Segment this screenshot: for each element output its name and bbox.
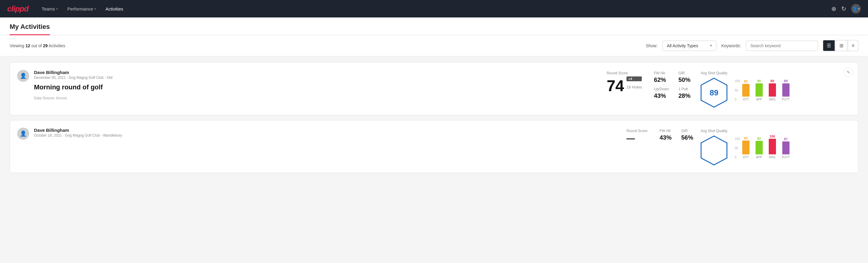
bar-background — [769, 139, 776, 154]
fw-hit-stat: FW Hit 62% — [654, 71, 669, 83]
oneputt-label: 1 Putt — [679, 87, 693, 91]
refresh-icon[interactable]: ↻ — [841, 5, 846, 12]
chart-y-axis: 100500 — [735, 80, 740, 101]
bar-background — [755, 141, 763, 154]
stats-grid: FW Hit 62% GIR 50% Up/Down 43% 1 Putt 28… — [654, 71, 693, 99]
card-left: 👤 Dave Billingham December 05, 2021 · Go… — [17, 70, 599, 108]
round-score-section-2: Round Score — — [626, 129, 648, 144]
fw-hit-label-2: FW Hit — [659, 129, 672, 133]
activity-card-2: 👤 Dave Billingham October 16, 2021 · Gog… — [10, 120, 858, 173]
bar-background — [742, 84, 749, 96]
bar-background — [755, 83, 763, 96]
bar-x-label: OTT — [743, 155, 749, 159]
chart-column: 89PUTT — [782, 80, 790, 101]
grid-icon: ⊞ — [839, 43, 843, 49]
oneputt-stat: 1 Putt 28% — [679, 87, 693, 99]
activity-type-dropdown[interactable]: All Activity Types ▾ — [662, 40, 716, 51]
bar-fill — [742, 141, 749, 154]
avatar-icon: 👤 — [852, 6, 858, 11]
activity-type-chevron-icon: ▾ — [710, 43, 712, 48]
data-source: Data Source: Arccos — [34, 96, 113, 100]
stats-grid-2: FW Hit 43% GIR 56% — [659, 129, 693, 141]
bar-fill — [755, 141, 763, 154]
bar-value-label: 87 — [784, 137, 788, 141]
nav-links: Teams ▾ Performance ▾ Activities — [38, 4, 822, 13]
gir-label-2: GIR — [681, 129, 693, 133]
bar-value-label: 89 — [784, 79, 788, 83]
gir-value-2: 56% — [681, 134, 693, 141]
page-title: My Activities — [10, 18, 50, 35]
view-toggle: ☰ ⊞ ≡ — [823, 40, 858, 51]
bar-fill — [769, 83, 776, 96]
list-view-button[interactable]: ≡ — [848, 40, 858, 51]
bar-x-label: APP — [756, 155, 762, 159]
activity-card: 👤 Dave Billingham December 05, 2021 · Go… — [10, 62, 858, 115]
round-score-value-2: — — [626, 134, 648, 144]
round-score-label-2: Round Score — [626, 129, 648, 133]
avatar-person-icon: 👤 — [20, 72, 27, 79]
chart-column: 89ARG — [769, 80, 776, 101]
user-date: December 05, 2021 · Gog Magog Golf Club … — [34, 76, 113, 80]
fw-hit-stat-2: FW Hit 43% — [659, 129, 672, 141]
bar-fill — [782, 83, 789, 96]
chart-column: 85OTT — [742, 80, 749, 101]
add-icon[interactable]: ⊕ — [831, 5, 836, 12]
activities-content: 👤 Dave Billingham December 05, 2021 · Go… — [0, 56, 868, 184]
bar-background — [769, 83, 776, 96]
nav-performance[interactable]: Performance ▾ — [64, 4, 99, 13]
list-icon: ≡ — [852, 43, 855, 49]
gir-stat-2: GIR 56% — [681, 129, 693, 141]
hex-shape-2 — [701, 136, 727, 166]
show-label: Show: — [646, 43, 657, 48]
user-avatar[interactable]: 👤 ▾ — [851, 4, 861, 13]
bar-fill — [782, 141, 789, 154]
card-stats-2: Round Score — FW Hit 43% GIR 56% — [626, 127, 693, 166]
round-score-section: Round Score 74 +4 18 Holes — [607, 71, 642, 94]
bar-x-label: OTT — [743, 98, 749, 101]
bar-value-label: 94 — [744, 136, 748, 140]
avatar-chevron-icon: ▾ — [858, 7, 860, 10]
round-score-label: Round Score — [607, 71, 642, 75]
bar-value-label: 106 — [770, 135, 775, 138]
card-left-2: 👤 Dave Billingham October 16, 2021 · Gog… — [17, 127, 619, 166]
page-header: My Activities — [0, 18, 868, 35]
updown-stat: Up/Down 43% — [654, 87, 669, 99]
quality-hex-section-2: Avg Shot Quality — [701, 129, 727, 166]
nav-activities[interactable]: Activities — [102, 4, 127, 13]
hex-container: 89 — [701, 78, 727, 108]
edit-button[interactable]: ✎ — [844, 67, 853, 77]
search-input[interactable] — [746, 40, 818, 51]
bar-fill — [769, 139, 776, 154]
nav-right: ⊕ ↻ 👤 ▾ — [831, 4, 861, 13]
bar-chart: 10050085OTT90APP89ARG89PUTT — [735, 71, 851, 101]
bar-x-label: APP — [756, 98, 762, 101]
chart-y-axis: 100500 — [735, 137, 740, 159]
chart-column: 92APP — [755, 137, 763, 159]
user-name-2: Dave Billingham — [34, 127, 122, 133]
bar-x-label: ARG — [769, 98, 776, 101]
chart-column: 106ARG — [769, 137, 776, 159]
keywords-label: Keywords: — [721, 43, 741, 48]
list-dense-view-button[interactable]: ☰ — [823, 40, 835, 51]
filter-bar: Viewing 12 out of 29 Activities Show: Al… — [0, 35, 868, 56]
score-number-2: — — [626, 134, 635, 144]
logo: clippd — [7, 4, 29, 13]
bar-value-label: 89 — [771, 79, 774, 83]
navbar: clippd Teams ▾ Performance ▾ Activities … — [0, 0, 868, 18]
user-date-2: October 16, 2021 · Gog Magog Golf Club -… — [34, 133, 122, 138]
nav-teams[interactable]: Teams ▾ — [38, 4, 61, 13]
updown-label: Up/Down — [654, 87, 669, 91]
svg-marker-1 — [701, 136, 727, 165]
quality-hex-section: Avg Shot Quality 89 — [701, 71, 727, 108]
gir-label: GIR — [679, 71, 693, 75]
gir-value: 50% — [679, 77, 693, 83]
avatar-2: 👤 — [17, 127, 29, 140]
bar-background — [782, 141, 789, 154]
bar-x-label: PUTT — [782, 155, 790, 159]
chart-column: 90APP — [755, 80, 763, 101]
edit-icon: ✎ — [847, 70, 850, 75]
fw-hit-value-2: 43% — [659, 134, 672, 141]
grid-view-button[interactable]: ⊞ — [836, 40, 847, 51]
teams-chevron-icon: ▾ — [56, 7, 58, 10]
bar-value-label: 90 — [757, 79, 761, 83]
